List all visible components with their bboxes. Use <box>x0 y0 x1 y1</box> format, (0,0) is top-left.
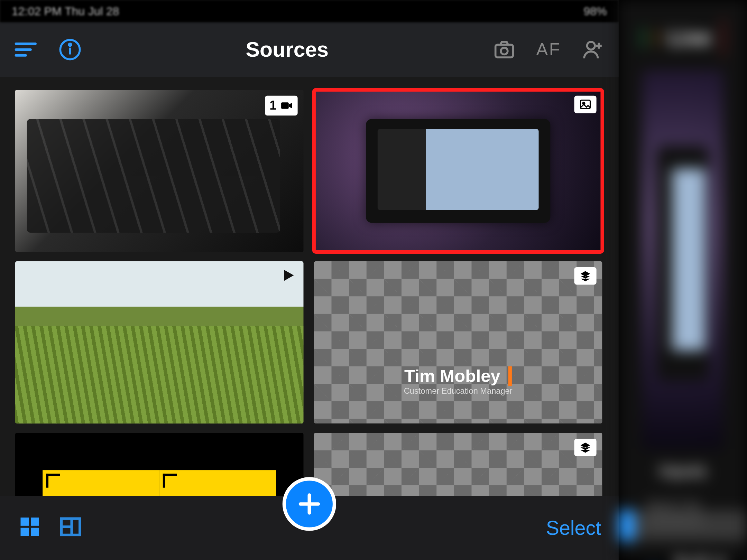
layers-icon <box>579 441 592 454</box>
camera-capture-icon[interactable] <box>490 36 518 64</box>
status-left: 12:02 PM Thu Jul 28 <box>12 4 119 18</box>
grid-view-button[interactable] <box>18 514 42 541</box>
source-thumb[interactable] <box>15 261 304 423</box>
svg-rect-17 <box>31 528 39 536</box>
svg-point-7 <box>501 48 508 55</box>
input-label: Built-in Camera <box>674 553 736 560</box>
image-badge <box>574 96 597 113</box>
select-button[interactable]: Select <box>546 516 601 539</box>
source-thumb[interactable]: give @myra.patel <box>314 433 602 496</box>
ab-card-b: B <box>159 470 276 496</box>
live-label: Live <box>668 26 711 50</box>
live-preview <box>642 70 723 449</box>
stream-status-indicator <box>642 27 644 48</box>
sources-panel: 12:02 PM Thu Jul 28 98% Sources AF <box>0 0 619 560</box>
tab-item[interactable] <box>619 510 635 541</box>
svg-rect-16 <box>20 528 29 536</box>
tab-item[interactable] <box>699 510 715 541</box>
header-bar: Sources AF <box>0 22 619 77</box>
footer-bar: Select <box>0 496 619 560</box>
source-thumb[interactable]: 1 <box>15 90 304 252</box>
svg-rect-14 <box>20 517 29 526</box>
add-source-button[interactable] <box>283 477 336 531</box>
section-title: Inputs <box>630 461 736 480</box>
bottom-tabs <box>619 500 747 552</box>
layers-badge <box>574 439 597 456</box>
tab-item[interactable] <box>715 510 731 541</box>
svg-point-8 <box>587 42 595 50</box>
svg-rect-15 <box>31 517 39 526</box>
play-icon <box>280 267 296 286</box>
svg-rect-12 <box>581 100 590 109</box>
lower-third-role: Customer Education Manager <box>404 386 513 395</box>
tab-item[interactable] <box>651 510 667 541</box>
lower-third-name: Tim Mobley <box>404 366 512 386</box>
camera-badge: 1 <box>265 96 298 115</box>
menu-icon[interactable] <box>12 36 40 64</box>
audio-meter <box>656 29 657 47</box>
svg-rect-6 <box>496 45 513 57</box>
panel-title: Sources <box>246 37 329 62</box>
tab-item[interactable] <box>731 510 747 541</box>
tab-item[interactable] <box>683 510 699 541</box>
tab-item[interactable] <box>667 510 683 541</box>
live-panel-blurred: Live Inputs BUILT-IN SOURCE ✎ Built-in C… <box>619 0 747 560</box>
source-thumb[interactable] <box>314 90 602 252</box>
layers-icon <box>579 270 592 282</box>
camera-icon <box>280 99 293 112</box>
record-button[interactable] <box>722 16 724 59</box>
status-right: 98% <box>583 4 607 18</box>
ab-card-a: A <box>43 470 159 496</box>
sources-grid: 1 <box>0 77 619 496</box>
layout-view-button[interactable] <box>58 514 83 541</box>
tab-item[interactable] <box>635 510 651 541</box>
layers-badge <box>574 267 597 285</box>
source-thumb[interactable]: Tim Mobley Customer Education Manager <box>314 261 602 423</box>
autofocus-button[interactable]: AF <box>535 36 563 64</box>
image-icon <box>579 98 592 111</box>
svg-rect-11 <box>281 102 289 109</box>
add-remote-icon[interactable] <box>579 36 607 64</box>
source-thumb[interactable]: A B <box>15 433 304 496</box>
svg-point-5 <box>69 44 71 46</box>
info-icon[interactable] <box>56 36 84 64</box>
status-bar: 12:02 PM Thu Jul 28 98% <box>0 0 619 22</box>
